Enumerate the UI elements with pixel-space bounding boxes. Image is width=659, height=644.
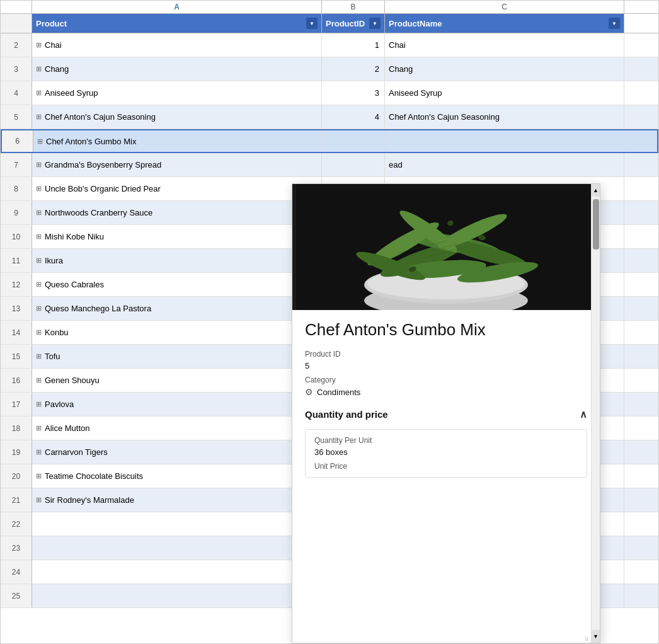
- cell-b-5[interactable]: 4: [322, 105, 385, 129]
- quantity-price-section-header[interactable]: Quantity and price: [305, 408, 587, 423]
- row-num-24: 24: [1, 560, 32, 584]
- cell-a-11[interactable]: ⊞Ikura: [32, 249, 322, 272]
- cell-b-7[interactable]: [322, 153, 385, 176]
- grid-body: 2 ⊞Chai 1 Chai 3 ⊞Chang 2 Chang 4 ⊞Anise…: [1, 33, 658, 643]
- cell-a-12[interactable]: ⊞Queso Cabrales: [32, 273, 322, 296]
- row-num-25: 25: [1, 584, 32, 607]
- product-icon: ⊞: [36, 41, 42, 49]
- cell-a-6[interactable]: ⊞Chef Anton's Gumbo Mix: [33, 130, 323, 152]
- table-row[interactable]: 5 ⊞Chef Anton's Cajun Seasoning 4 Chef A…: [1, 105, 658, 129]
- col-letter-b: B: [322, 1, 385, 13]
- row-num-23: 23: [1, 536, 32, 560]
- row-num-13: 13: [1, 297, 32, 320]
- scrollbar-thumb[interactable]: [593, 199, 599, 250]
- cell-a-14[interactable]: ⊞Konbu: [32, 321, 322, 344]
- cell-a-4[interactable]: ⊞Aniseed Syrup: [32, 81, 322, 105]
- row-num-2: 2: [1, 33, 32, 57]
- qty-per-unit-label: Quantity Per Unit: [314, 436, 578, 445]
- cell-a-10[interactable]: ⊞Mishi Kobe Niku: [32, 225, 322, 248]
- product-icon: ⊞: [36, 496, 42, 504]
- cell-a-8[interactable]: ⊞Uncle Bob's Organic Dried Pear: [32, 177, 322, 200]
- table-row[interactable]: 7 ⊞Grandma's Boysenberry Spread ead: [1, 153, 658, 177]
- scrollbar-up-button[interactable]: ▲: [592, 184, 600, 197]
- product-icon: ⊞: [36, 424, 42, 432]
- header-dropdown-productname[interactable]: [609, 18, 620, 29]
- cell-c-7[interactable]: ead: [385, 153, 624, 176]
- cell-b-2[interactable]: 1: [322, 33, 385, 57]
- scrollbar-down-button[interactable]: ▼: [592, 630, 600, 643]
- row-num-21: 21: [1, 488, 32, 512]
- header-dropdown-productid[interactable]: [369, 18, 381, 29]
- cell-a-16[interactable]: ⊞Genen Shouyu: [32, 369, 322, 392]
- cell-a-18[interactable]: ⊞Alice Mutton: [32, 417, 322, 440]
- row-num-14: 14: [1, 321, 32, 344]
- cell-b-4[interactable]: 3: [322, 81, 385, 105]
- cell-a-25[interactable]: [32, 584, 322, 607]
- row-num-8: 8: [1, 177, 32, 200]
- cell-b-6[interactable]: [323, 130, 386, 152]
- row-num-19: 19: [1, 440, 32, 464]
- col-letter-a: A: [32, 1, 322, 13]
- product-icon: ⊞: [36, 161, 42, 169]
- row-num-22: 22: [1, 512, 32, 536]
- cell-c-2[interactable]: Chai: [385, 33, 624, 57]
- cell-a-17[interactable]: ⊞Pavlova: [32, 393, 322, 416]
- cell-a-21[interactable]: ⊞Sir Rodney's Marmalade: [32, 488, 322, 512]
- header-row-num: [1, 14, 32, 33]
- panel-scrollbar[interactable]: ▲ ▼: [591, 184, 600, 643]
- category-icon: ⚙: [305, 387, 313, 397]
- product-image-svg: [292, 184, 600, 310]
- panel-product-id-value: 5: [305, 361, 587, 371]
- cell-a-7[interactable]: ⊞Grandma's Boysenberry Spread: [32, 153, 322, 176]
- row-num-spacer: [1, 1, 32, 13]
- table-row[interactable]: 2 ⊞Chai 1 Chai: [1, 33, 658, 57]
- header-cell-product[interactable]: Product: [32, 14, 322, 33]
- row-num-4: 4: [1, 81, 32, 105]
- spreadsheet: A B C Product ProductID ProductName 2 ⊞C…: [0, 0, 659, 644]
- panel-category-label: Category: [305, 376, 587, 384]
- table-row[interactable]: 4 ⊞Aniseed Syrup 3 Aniseed Syrup: [1, 81, 658, 105]
- panel-category-row: ⚙ Condiments: [305, 387, 587, 397]
- row-num-16: 16: [1, 369, 32, 392]
- cell-a-9[interactable]: ⊞Northwoods Cranberry Sauce: [32, 201, 322, 224]
- section-title: Quantity and price: [305, 409, 388, 420]
- header-label-product: Product: [36, 19, 67, 28]
- cell-a-3[interactable]: ⊞Chang: [32, 57, 322, 81]
- cell-b-3[interactable]: 2: [322, 57, 385, 81]
- chevron-up-icon[interactable]: [580, 408, 587, 420]
- cell-a-22[interactable]: [32, 512, 322, 536]
- cell-a-20[interactable]: ⊞Teatime Chocolate Biscuits: [32, 464, 322, 488]
- product-icon: ⊞: [36, 400, 42, 408]
- header-cell-productname[interactable]: ProductName: [385, 14, 624, 33]
- column-letters-row: A B C: [1, 1, 658, 14]
- resize-handle[interactable]: ⠿: [585, 636, 591, 643]
- table-row-selected[interactable]: 6 ⊞Chef Anton's Gumbo Mix: [1, 129, 658, 153]
- cell-c-4[interactable]: Aniseed Syrup: [385, 81, 624, 105]
- row-num-15: 15: [1, 345, 32, 368]
- quantity-price-box: Quantity Per Unit 36 boxes Unit Price: [305, 429, 587, 478]
- cell-c-5[interactable]: Chef Anton's Cajun Seasoning: [385, 105, 624, 129]
- cell-a-19[interactable]: ⊞Carnarvon Tigers: [32, 440, 322, 464]
- row-num-20: 20: [1, 464, 32, 488]
- col-letter-c: C: [385, 1, 624, 13]
- cell-a-13[interactable]: ⊞Queso Manchego La Pastora: [32, 297, 322, 320]
- product-icon: ⊞: [36, 280, 42, 289]
- row-num-6: 6: [2, 130, 33, 152]
- panel-category-value: Condiments: [317, 388, 360, 397]
- cell-a-15[interactable]: ⊞Tofu: [32, 345, 322, 368]
- row-num-5: 5: [1, 105, 32, 129]
- product-icon: ⊞: [36, 328, 42, 336]
- cell-a-2[interactable]: ⊞Chai: [32, 33, 322, 57]
- cell-a-23[interactable]: [32, 536, 322, 560]
- cell-a-24[interactable]: [32, 560, 322, 584]
- header-dropdown-product[interactable]: [306, 18, 318, 29]
- table-row[interactable]: 3 ⊞Chang 2 Chang: [1, 57, 658, 81]
- cell-c-3[interactable]: Chang: [385, 57, 624, 81]
- detail-panel: ▲ ▼: [292, 183, 600, 643]
- cell-c-6[interactable]: [386, 130, 626, 152]
- product-icon: ⊞: [37, 137, 43, 146]
- product-icon: ⊞: [36, 113, 42, 121]
- header-cell-productid[interactable]: ProductID: [322, 14, 385, 33]
- cell-a-5[interactable]: ⊞Chef Anton's Cajun Seasoning: [32, 105, 322, 129]
- product-icon: ⊞: [36, 256, 42, 265]
